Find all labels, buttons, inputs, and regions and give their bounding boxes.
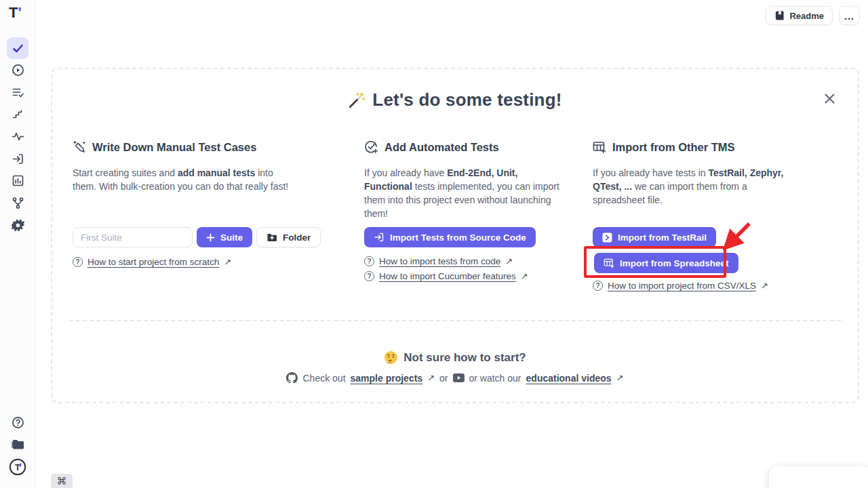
import-icon <box>12 152 24 165</box>
sidebar-item-runs[interactable] <box>7 59 28 81</box>
suite-button-label: Suite <box>220 232 243 243</box>
sidebar-item-test-plans[interactable] <box>7 81 28 103</box>
add-suite-button[interactable]: Suite <box>197 227 252 247</box>
folder-plus-icon <box>267 232 277 242</box>
question-circle-icon: ? <box>593 281 603 291</box>
footer-heading: Not sure how to start? <box>52 350 858 365</box>
ellipsis-icon: … <box>844 10 855 22</box>
git-branch-icon <box>12 197 24 209</box>
github-icon <box>286 372 298 384</box>
sidebar-item-tests[interactable] <box>7 37 28 59</box>
sidebar-item-profile[interactable]: T <box>7 456 28 478</box>
import-source-code-button[interactable]: Import Tests from Source Code <box>364 227 536 247</box>
import-testrail-label: Import from TestRail <box>618 232 707 243</box>
pen-sparkle-icon <box>73 140 86 154</box>
footer-links-line: Check out sample projects ↗ or or watch … <box>52 372 858 384</box>
link-text: How to import tests from code <box>379 256 500 266</box>
import-source-code-label: Import Tests from Source Code <box>390 232 526 243</box>
close-button[interactable] <box>821 90 837 106</box>
footer-text: or watch our <box>469 373 521 384</box>
dashed-divider <box>69 320 841 321</box>
panel-title: Let's do some testing! <box>52 89 858 110</box>
annotation-arrow-icon <box>718 220 753 255</box>
import-spreadsheet-button[interactable]: Import from Spreadsheet <box>594 253 738 273</box>
bar-chart-icon <box>12 174 24 187</box>
readme-label: Readme <box>789 11 824 21</box>
column2-paragraph: If you already have End-2End, Unit, Func… <box>364 166 568 220</box>
thinking-face-emoji <box>384 350 398 365</box>
table-plus-icon <box>604 258 614 268</box>
chevron-box-icon <box>602 232 612 243</box>
column2-heading: Add Automated Tests <box>364 140 499 155</box>
sidebar: T' <box>0 0 35 488</box>
sidebar-item-help[interactable] <box>7 411 28 433</box>
check-circle-plus-icon <box>364 140 378 155</box>
link-text: How to start project from scratch <box>87 257 219 267</box>
link-import-csv-xls[interactable]: ? How to import project from CSV/XLS ↗ <box>593 281 768 291</box>
footer-heading-text: Not sure how to start? <box>403 351 526 365</box>
folder-button-label: Folder <box>283 232 311 243</box>
column3-heading-text: Import from Other TMS <box>612 141 735 154</box>
column3-heading: Import from Other TMS <box>593 140 735 154</box>
sidebar-item-import[interactable] <box>7 148 28 169</box>
column2-heading-text: Add Automated Tests <box>384 141 499 154</box>
activity-pulse-icon <box>12 130 24 143</box>
educational-videos-link[interactable]: educational videos <box>526 373 612 384</box>
bottom-right-widget[interactable] <box>769 466 868 488</box>
column3-paragraph: If you already have tests in TestRail, Z… <box>593 166 796 207</box>
import-spreadsheet-label: Import from Spreadsheet <box>620 258 729 268</box>
import-testrail-button[interactable]: Import from TestRail <box>593 227 716 247</box>
column1-heading: Write Down Manual Test Cases <box>73 140 256 154</box>
gear-icon <box>12 219 24 232</box>
more-options-button[interactable]: … <box>839 6 860 25</box>
sidebar-item-steps[interactable] <box>7 103 28 125</box>
circled-logo-icon: T <box>9 458 26 476</box>
footer-text: Check out <box>302 373 345 384</box>
onboarding-panel: Let's do some testing! Write Down Manual… <box>51 68 859 403</box>
app-logo-icon: T' <box>9 4 28 23</box>
external-link-icon: ↗ <box>427 373 435 383</box>
sidebar-item-analytics[interactable] <box>7 169 28 191</box>
help-circle-icon <box>12 416 24 429</box>
import-icon <box>374 232 384 243</box>
column1-paragraph: Start creating suites and add manual tes… <box>73 166 296 193</box>
readme-button[interactable]: Readme <box>766 6 833 25</box>
list-check-icon <box>12 86 24 99</box>
external-link-icon: ↗ <box>224 257 231 267</box>
link-start-from-scratch[interactable]: ? How to start project from scratch ↗ <box>73 257 231 267</box>
footer-text: or <box>439 373 448 384</box>
external-link-icon: ↗ <box>505 256 513 266</box>
external-link-icon: ↗ <box>761 281 768 291</box>
external-link-icon: ↗ <box>521 271 528 281</box>
command-icon: ⌘ <box>57 475 67 487</box>
question-circle-icon: ? <box>73 257 83 267</box>
question-circle-icon: ? <box>364 256 374 266</box>
link-text: How to import project from CSV/XLS <box>608 281 756 291</box>
column1-heading-text: Write Down Manual Test Cases <box>92 141 256 154</box>
external-link-icon: ↗ <box>616 373 624 383</box>
first-suite-input[interactable] <box>73 227 193 247</box>
stairs-icon <box>12 108 24 121</box>
youtube-icon <box>453 373 465 382</box>
plus-icon <box>206 233 215 242</box>
sidebar-item-pulse[interactable] <box>7 125 28 147</box>
question-circle-icon: ? <box>364 271 374 281</box>
sidebar-item-settings[interactable] <box>7 214 28 236</box>
sample-projects-link[interactable]: sample projects <box>351 373 423 384</box>
folder-icon <box>11 439 24 451</box>
add-folder-button[interactable]: Folder <box>256 227 321 247</box>
book-icon <box>774 10 785 21</box>
command-key-hint: ⌘ <box>51 474 73 488</box>
table-plus-icon <box>593 140 606 154</box>
sidebar-item-branches[interactable] <box>7 192 28 214</box>
play-circle-icon <box>12 64 24 77</box>
svg-text:T: T <box>15 462 20 472</box>
magic-wand-emoji <box>348 92 366 109</box>
panel-title-text: Let's do some testing! <box>372 89 561 110</box>
link-text: How to import Cucumber features <box>379 271 516 281</box>
check-icon <box>12 42 24 55</box>
link-import-cucumber-features[interactable]: ? How to import Cucumber features ↗ <box>364 271 528 281</box>
close-icon <box>824 93 835 104</box>
sidebar-item-projects[interactable] <box>7 434 28 455</box>
link-import-tests-from-code[interactable]: ? How to import tests from code ↗ <box>364 256 513 266</box>
